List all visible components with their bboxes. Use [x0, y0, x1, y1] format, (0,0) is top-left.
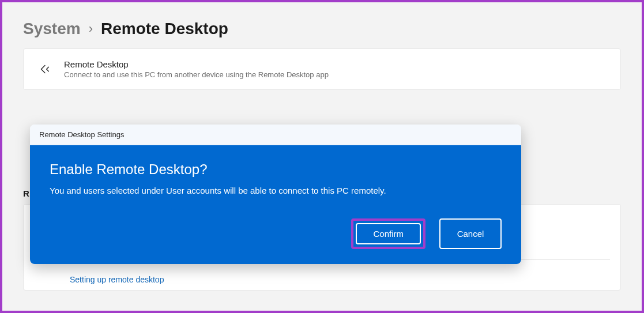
cancel-button[interactable]: Cancel [439, 218, 502, 249]
dialog-message: You and users selected under User accoun… [50, 186, 502, 195]
dialog-button-row: Confirm Cancel [50, 218, 502, 249]
panel-title: Remote Desktop [64, 59, 329, 69]
panel-text: Remote Desktop Connect to and use this P… [64, 59, 329, 79]
remote-desktop-icon [37, 62, 51, 76]
breadcrumb-parent[interactable]: System [23, 20, 81, 38]
breadcrumb-current: Remote Desktop [101, 20, 228, 38]
chevron-right-icon: › [89, 21, 93, 36]
dialog-heading: Enable Remote Desktop? [50, 161, 502, 178]
dialog-titlebar: Remote Desktop Settings [30, 125, 521, 145]
confirm-button[interactable]: Confirm [356, 223, 421, 244]
setup-link[interactable]: Setting up remote desktop [70, 275, 164, 284]
annotation-highlight: Confirm [351, 218, 425, 249]
confirm-dialog: Remote Desktop Settings Enable Remote De… [30, 125, 521, 264]
remote-desktop-info-panel[interactable]: Remote Desktop Connect to and use this P… [23, 48, 621, 90]
breadcrumb: System › Remote Desktop [2, 2, 642, 48]
panel-subtitle: Connect to and use this PC from another … [64, 70, 329, 79]
section-heading-partial: R [23, 188, 29, 198]
dialog-body: Enable Remote Desktop? You and users sel… [30, 145, 521, 264]
